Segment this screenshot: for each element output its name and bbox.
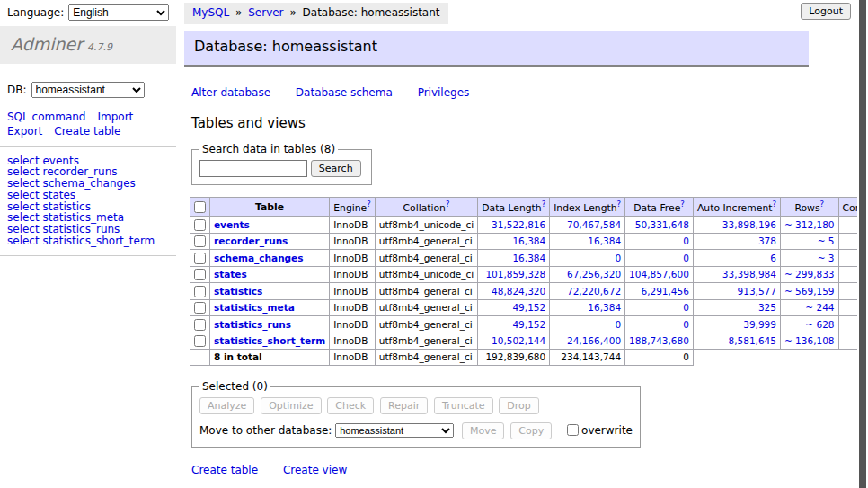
row-checkbox[interactable] [194,219,206,231]
table-name-link[interactable]: statistics_meta [214,302,295,313]
breadcrumb-link-mysql[interactable]: MySQL [192,6,229,19]
repair-button[interactable]: Repair [380,397,428,414]
table-name-link[interactable]: statistics_short_term [214,335,325,346]
total-blank-cell [693,350,780,366]
move-button[interactable]: Move [462,422,505,439]
language-select[interactable]: English [68,4,169,21]
data-free-link[interactable]: 104,857,600 [629,269,689,279]
index-length-link[interactable]: 16,384 [588,235,621,246]
data-length-link[interactable]: 49,152 [512,319,545,330]
data-length-link[interactable]: 31,522,816 [492,219,545,230]
auto-increment-link[interactable]: 33,398,984 [722,269,776,279]
db-select[interactable]: homeassistant [31,82,145,98]
row-checkbox[interactable] [194,269,206,280]
rows-link[interactable]: ~ 5 [818,235,835,246]
table-name-link[interactable]: events [214,219,250,230]
sidebar-item-select-states[interactable]: select states [7,190,169,201]
data-free-link[interactable]: 188,743,680 [629,335,689,346]
overwrite-checkbox[interactable] [567,424,579,436]
table-name-link[interactable]: statistics_runs [214,319,291,330]
data-free-link[interactable]: 0 [683,253,689,263]
sidebar-item-select-schema-changes[interactable]: select schema_changes [7,178,169,190]
help-link[interactable]: ? [772,200,776,209]
sidebar-link-create-table[interactable]: Create table [54,125,120,138]
search-button[interactable]: Search [311,160,361,177]
scrollbar-thumb[interactable] [859,0,866,488]
sidebar-link-sql-command[interactable]: SQL command [7,111,85,123]
rows-link[interactable]: ~ 299,833 [784,269,835,279]
index-length-link[interactable]: 16,384 [588,302,621,313]
auto-increment-link[interactable]: 39,999 [743,319,776,330]
data-free-link[interactable]: 6,291,456 [641,286,688,297]
rows-link[interactable]: ~ 569,159 [784,286,835,297]
index-length-link[interactable]: 0 [615,319,621,330]
index-length-link[interactable]: 72,220,672 [567,286,621,297]
copy-button[interactable]: Copy [510,422,552,439]
help-link[interactable]: ? [680,200,685,209]
row-checkbox[interactable] [194,253,206,264]
table-name-cell: statistics_meta [210,299,330,316]
optimize-button[interactable]: Optimize [261,397,321,414]
data-length-link[interactable]: 16,384 [512,235,545,246]
table-name-link[interactable]: schema_changes [214,253,304,263]
breadcrumb-link-server[interactable]: Server [248,6,283,19]
rows-link[interactable]: ~ 244 [805,302,834,313]
auto-increment-link[interactable]: 325 [758,302,776,313]
data-length-link[interactable]: 10,502,144 [492,335,545,346]
data-free-link[interactable]: 0 [683,319,689,330]
help-link[interactable]: ? [542,200,546,209]
sidebar-item-select-statistics-runs[interactable]: select statistics_runs [7,224,169,235]
database-schema-link[interactable]: Database schema [296,86,393,99]
analyze-button[interactable]: Analyze [199,397,254,414]
auto-increment-link[interactable]: 913,577 [738,286,776,297]
app-logo: Adminer4.7.9 [0,26,176,64]
rows-link[interactable]: ~ 136,108 [784,335,835,346]
help-link[interactable]: ? [820,200,825,209]
auto-increment-link[interactable]: 33,898,196 [722,219,776,230]
index-length-link[interactable]: 24,166,400 [567,335,621,346]
data-free-link[interactable]: 0 [683,302,689,313]
auto-increment-link[interactable]: 378 [758,235,776,246]
auto-increment-link[interactable]: 6 [770,253,776,263]
rows-link[interactable]: ~ 312,180 [784,219,835,230]
data-length-link[interactable]: 48,824,320 [492,286,545,297]
help-link[interactable]: ? [617,200,622,209]
auto-increment-link[interactable]: 8,581,645 [729,335,776,346]
rows-cell: ~ 244 [780,299,838,316]
data-length-link[interactable]: 16,384 [512,253,545,263]
sidebar-link-export[interactable]: Export [7,125,42,138]
table-name-link[interactable]: states [214,269,247,279]
row-checkbox[interactable] [194,286,206,297]
move-database-select[interactable]: homeassistant [335,423,454,438]
row-checkbox[interactable] [194,302,206,314]
table-name-link[interactable]: statistics [214,286,262,297]
create-table-link[interactable]: Create table [191,464,258,476]
row-checkbox[interactable] [194,335,206,347]
search-input[interactable] [199,160,307,177]
check-button[interactable]: Check [327,397,374,414]
data-length-link[interactable]: 49,152 [512,302,545,313]
index-length-link[interactable]: 0 [615,253,621,263]
table-name-link[interactable]: recorder_runs [214,235,288,246]
rows-link[interactable]: ~ 628 [805,319,834,330]
create-view-link[interactable]: Create view [283,464,347,476]
rows-link[interactable]: ~ 3 [818,253,835,263]
data-free-link[interactable]: 50,331,648 [635,219,689,230]
truncate-button[interactable]: Truncate [434,397,492,414]
row-checkbox[interactable] [194,235,206,247]
index-length-link[interactable]: 67,256,320 [567,269,621,279]
select-all-checkbox[interactable] [194,201,206,213]
help-sup: ? [820,200,825,209]
sidebar-item-select-statistics-short-term[interactable]: select statistics_short_term [7,235,169,247]
help-link[interactable]: ? [446,200,450,209]
alter-database-link[interactable]: Alter database [191,86,270,99]
index-length-link[interactable]: 70,467,584 [567,219,621,230]
drop-button[interactable]: Drop [499,397,538,414]
row-checkbox[interactable] [194,319,206,331]
data-length-link[interactable]: 101,859,328 [485,269,545,279]
sidebar-link-import[interactable]: Import [97,111,133,123]
data-free-link[interactable]: 0 [683,235,689,246]
help-link[interactable]: ? [367,200,371,209]
app-name: Adminer [11,34,83,54]
privileges-link[interactable]: Privileges [418,86,470,99]
